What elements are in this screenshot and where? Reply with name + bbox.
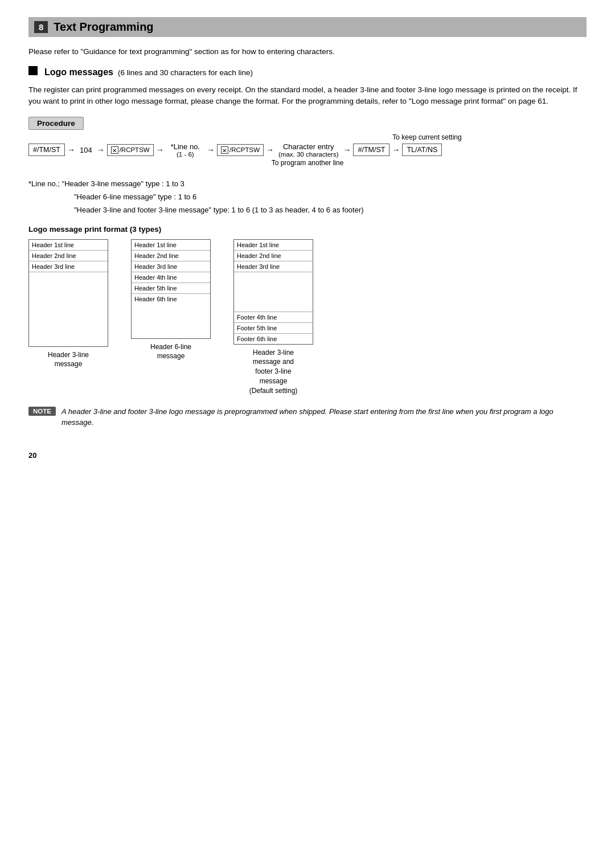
receipt-line: Header 4th line — [132, 272, 210, 283]
logo-messages-body: The register can print programmed messag… — [28, 84, 587, 108]
flow-bottom-label: To program another line — [28, 159, 587, 167]
format-column-header3footer3: Header 1st line Header 2nd line Header 3… — [233, 239, 313, 396]
flow-arrow-1: → — [67, 145, 75, 154]
receipt-line: Header 5th line — [132, 283, 210, 294]
receipt-line: Header 3rd line — [234, 261, 313, 272]
receipt-line: Header 3rd line — [29, 261, 108, 272]
receipt-line: Header 2nd line — [234, 251, 313, 261]
receipt-box-header3: Header 1st line Header 2nd line Header 3… — [28, 239, 108, 347]
flow-key-rcptsw-2: ✕/RCPTSW — [217, 144, 264, 156]
rcpt-x-icon-1: ✕ — [111, 146, 118, 154]
logo-heading-text: Logo messages — [44, 67, 113, 77]
flow-arrow-4: → — [207, 145, 215, 154]
note-text: A header 3-line and footer 3-line logo m… — [62, 406, 587, 428]
receipt-caption-header6: Header 6-linemessage — [150, 342, 191, 362]
flow-char-entry-label: Character entry — [283, 142, 334, 151]
receipt-line: Header 6th line — [132, 294, 210, 304]
flow-arrow-3: → — [156, 145, 164, 154]
flow-top-label: To keep current setting — [268, 133, 587, 141]
section-header: 8 Text Programming — [28, 17, 587, 37]
flow-lineno-range: (1 - 6) — [177, 151, 194, 158]
note-badge: NOTE — [28, 407, 56, 416]
flow-arrow-6: → — [343, 145, 351, 154]
section-title: Text Programming — [54, 21, 153, 34]
receipt-box-header3footer3: Header 1st line Header 2nd line Header 3… — [233, 239, 313, 345]
logo-heading-subtext: (6 lines and 30 characters for each line… — [118, 68, 253, 77]
flow-arrow-2: → — [97, 145, 105, 154]
flow-arrow-5: → — [266, 145, 274, 154]
receipt-line: Header 3rd line — [132, 261, 210, 272]
line-note-3: "Header 3-line and footer 3-line message… — [74, 203, 587, 216]
receipt-line: Footer 4th line — [234, 312, 313, 323]
heading-square-icon — [28, 66, 38, 75]
format-boxes-row: Header 1st line Header 2nd line Header 3… — [28, 239, 587, 396]
receipt-line: Footer 6th line — [234, 334, 313, 344]
receipt-caption-header3: Header 3-linemessage — [48, 350, 89, 370]
procedure-label: Procedure — [28, 117, 84, 130]
logo-messages-heading: Logo messages (6 lines and 30 characters… — [28, 66, 587, 77]
flow-num: 104 — [80, 146, 92, 154]
section-number: 8 — [34, 21, 48, 33]
flow-key-tmst-1: #/TM/ST — [28, 144, 65, 156]
receipt-caption-header3footer3: Header 3-linemessage andfooter 3-linemes… — [249, 348, 298, 396]
line-notes: *Line no.; "Header 3-line message" type … — [28, 177, 587, 217]
receipt-line: Header 1st line — [29, 240, 108, 251]
flow-diagram: To keep current setting #/TM/ST → 104 → … — [28, 133, 587, 167]
receipt-line: Header 2nd line — [132, 251, 210, 261]
flow-key-tlns: TL/AT/NS — [402, 144, 442, 156]
line-note-2: "Header 6-line message" type : 1 to 6 — [74, 190, 587, 203]
flow-key-rcptsw-1: ✕/RCPTSW — [107, 144, 154, 156]
flow-lineno-label: *Line no. — [171, 142, 200, 151]
page-number: 20 — [28, 451, 587, 460]
intro-paragraph: Please refer to "Guidance for text progr… — [28, 47, 587, 56]
receipt-line: Header 1st line — [234, 240, 313, 251]
flow-row: #/TM/ST → 104 → ✕/RCPTSW → *Line no. (1 … — [28, 142, 587, 158]
note-section: NOTE A header 3-line and footer 3-line l… — [28, 406, 587, 428]
format-section-heading: Logo message print format (3 types) — [28, 225, 587, 234]
flow-arrow-7: → — [392, 145, 400, 154]
format-column-header3: Header 1st line Header 2nd line Header 3… — [28, 239, 108, 370]
receipt-line: Footer 5th line — [234, 323, 313, 334]
flow-key-tmst-2: #/TM/ST — [353, 144, 390, 156]
flow-char-max: (max. 30 characters) — [278, 151, 338, 158]
rcpt-x-icon-2: ✕ — [221, 146, 228, 154]
receipt-line: Header 1st line — [132, 240, 210, 251]
format-column-header6: Header 1st line Header 2nd line Header 3… — [131, 239, 211, 362]
line-note-1: *Line no.; "Header 3-line message" type … — [28, 177, 587, 190]
receipt-line: Header 2nd line — [29, 251, 108, 261]
receipt-box-header6: Header 1st line Header 2nd line Header 3… — [131, 239, 211, 339]
